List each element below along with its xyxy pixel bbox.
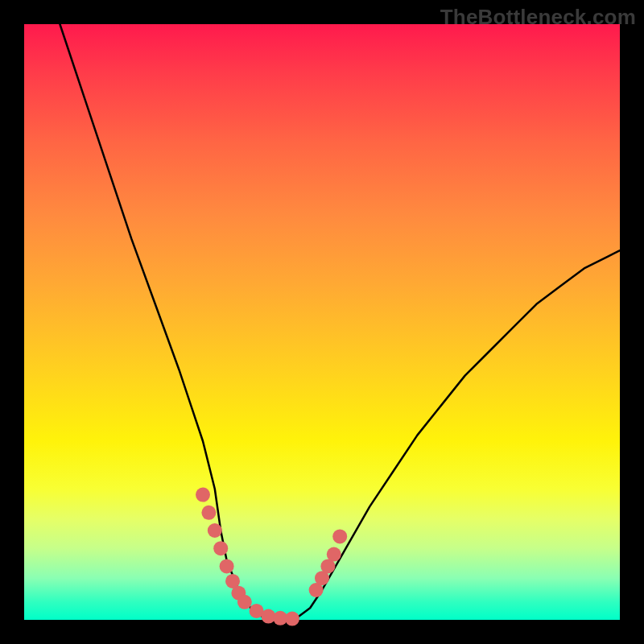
marker-point — [213, 541, 228, 555]
marker-point — [201, 506, 216, 520]
marker-point — [196, 488, 210, 502]
watermark-label: TheBottleneck.com — [440, 5, 636, 30]
curve-layer — [24, 24, 620, 620]
marker-point — [332, 529, 347, 543]
marker-point — [220, 559, 234, 573]
marker-point — [327, 547, 341, 562]
chart-frame: TheBottleneck.com — [0, 0, 644, 644]
marker-point — [208, 523, 222, 538]
marker-point — [237, 595, 252, 609]
marker-point — [285, 612, 299, 626]
